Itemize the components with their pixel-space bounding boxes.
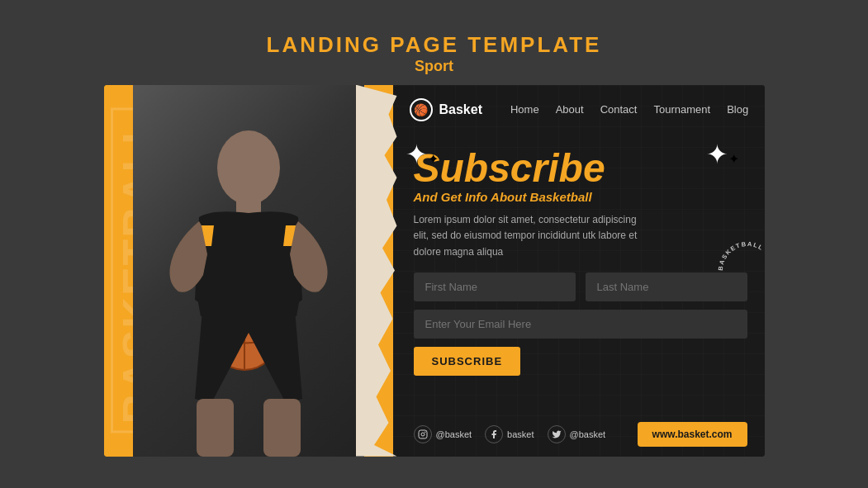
page-title-area: LANDING PAGE TEMPLATE Sport <box>267 32 602 75</box>
svg-rect-4 <box>197 399 234 457</box>
footer-bar: @basket basket @basket www.basket.com <box>393 412 765 457</box>
facebook-social[interactable]: basket <box>485 425 534 443</box>
instagram-social[interactable]: @basket <box>414 425 472 443</box>
svg-rect-5 <box>263 399 301 457</box>
description-text: Lorem ipsum dolor sit amet, consectetur … <box>414 212 653 260</box>
svg-rect-7 <box>419 430 427 438</box>
landing-card: Basketball <box>104 85 765 457</box>
content-area: ✦ ✦ Subscribe And Get Info About Basketb… <box>393 135 765 384</box>
hero-section: ✦ ✦ Subscribe And Get Info About Basketb… <box>414 147 747 376</box>
nav-link-blog[interactable]: Blog <box>727 103 748 116</box>
instagram-label: @basket <box>436 429 472 439</box>
left-panel: Basketball <box>104 85 393 457</box>
svg-point-0 <box>217 130 280 205</box>
nav-link-home[interactable]: Home <box>510 103 539 116</box>
subscribe-title: Subscribe <box>414 147 747 191</box>
nav-link-about[interactable]: About <box>556 103 584 116</box>
star-left-icon: ✦ <box>406 139 439 170</box>
logo-text: Basket <box>439 102 482 117</box>
name-form-row <box>414 272 747 301</box>
page-title: LANDING PAGE TEMPLATE <box>267 32 602 58</box>
nav-link-contact[interactable]: Contact <box>600 103 638 116</box>
player-silhouette <box>149 110 348 457</box>
page-subtitle: Sport <box>267 58 602 75</box>
twitter-icon <box>548 425 566 443</box>
svg-point-9 <box>425 431 426 433</box>
nav-links: Home About Contact Tournament Blog <box>510 103 748 116</box>
torn-paper-edge <box>356 85 397 457</box>
player-photo <box>133 85 364 457</box>
subscribe-button[interactable]: SUBSCRIBE <box>414 347 521 376</box>
star-right-icon: ✦ <box>706 139 739 170</box>
subscribe-subtitle: And Get Info About Basketball <box>414 190 747 204</box>
nav-logo[interactable]: 🏀 Basket <box>410 98 482 121</box>
logo-icon: 🏀 <box>410 98 433 121</box>
instagram-icon <box>414 425 432 443</box>
website-button[interactable]: www.basket.com <box>638 422 747 447</box>
first-name-input[interactable] <box>414 272 576 301</box>
twitter-label: @basket <box>570 429 606 439</box>
twitter-social[interactable]: @basket <box>548 425 606 443</box>
svg-text:BASKETBALL NOW PL. ·: BASKETBALL NOW PL. · <box>716 239 764 292</box>
circular-text-badge: BASKETBALL NOW PL. · <box>714 238 765 304</box>
email-input[interactable] <box>414 310 747 339</box>
facebook-label: basket <box>507 429 534 439</box>
nav-link-tournament[interactable]: Tournament <box>653 103 710 116</box>
right-panel: 🏀 Basket Home About Contact Tournament B… <box>393 85 765 457</box>
navigation: 🏀 Basket Home About Contact Tournament B… <box>393 85 765 135</box>
svg-point-8 <box>421 433 425 436</box>
facebook-icon <box>485 425 503 443</box>
